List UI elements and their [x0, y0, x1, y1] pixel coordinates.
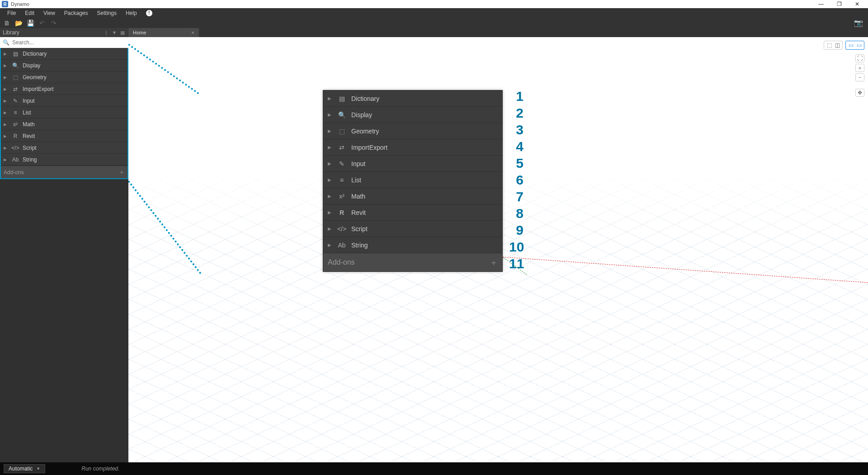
camera-icon[interactable]: 📷	[854, 19, 863, 27]
library-item-label: Script	[23, 145, 37, 151]
library-item-label: Revit	[23, 133, 35, 139]
menu-view[interactable]: View	[39, 8, 60, 18]
minimize-button[interactable]: —	[812, 0, 830, 8]
library-item-label: Input	[23, 98, 35, 104]
menu-label: Settings	[97, 10, 117, 16]
info-icon[interactable]: !	[146, 10, 152, 16]
menu-label: Edit	[25, 10, 34, 16]
open-file-icon[interactable]: 📂	[14, 19, 23, 27]
maximize-button[interactable]: ❐	[830, 0, 848, 8]
list-icon: ≡	[338, 176, 346, 184]
zoom-out-button[interactable]: －	[855, 73, 864, 81]
library-item-string[interactable]: ▶ Ab String	[1, 154, 127, 166]
popup-item-label: Script	[351, 225, 368, 233]
chevron-right-icon: ▶	[328, 242, 332, 247]
save-icon[interactable]: 💾	[26, 19, 34, 27]
popup-item-math[interactable]: ▶ x² Math	[323, 188, 502, 204]
library-item-geometry[interactable]: ▶ ⬚ Geometry	[1, 71, 127, 83]
menu-edit[interactable]: Edit	[20, 8, 39, 18]
callout-4: 4	[509, 138, 524, 155]
library-item-input[interactable]: ▶ ✎ Input	[1, 95, 127, 107]
tab-home[interactable]: Home ×	[128, 28, 199, 37]
library-search-input[interactable]	[12, 39, 126, 46]
status-bar: Automatic ▼ Run completed.	[0, 462, 868, 475]
chevron-right-icon: ▶	[328, 96, 332, 101]
popup-item-label: ImportExport	[351, 144, 387, 151]
menu-file[interactable]: File	[3, 8, 20, 18]
menu-packages[interactable]: Packages	[60, 8, 93, 18]
canvas[interactable]: ▶ ▤ Dictionary ▶ 🔍 Display ▶ ⬚ Geometry …	[128, 37, 868, 462]
callout-2: 2	[509, 104, 524, 121]
zoom-in-button[interactable]: ＋	[855, 64, 864, 72]
app-icon: R	[2, 1, 8, 7]
popup-item-input[interactable]: ▶ ✎ Input	[323, 156, 502, 172]
library-item-label: Geometry	[23, 74, 47, 81]
popup-item-script[interactable]: ▶ </> Script	[323, 221, 502, 237]
string-icon: Ab	[12, 156, 19, 163]
popup-item-display[interactable]: ▶ 🔍 Display	[323, 107, 502, 123]
viewport-mode-3d[interactable]: ⬚ ◫	[824, 41, 843, 50]
chevron-right-icon: ▶	[328, 194, 332, 199]
library-view-icon[interactable]: |	[103, 29, 109, 36]
undo-icon[interactable]: ↶	[38, 19, 46, 27]
chevron-right-icon: ▶	[4, 87, 8, 91]
dictionary-icon: ▤	[12, 50, 19, 57]
popup-item-importexport[interactable]: ▶ ⇄ ImportExport	[323, 139, 502, 156]
popup-item-string[interactable]: ▶ Ab String	[323, 237, 502, 253]
menu-help[interactable]: Help	[121, 8, 142, 18]
node-icon: ▭	[848, 42, 854, 48]
library-item-dictionary[interactable]: ▶ ▤ Dictionary	[1, 48, 127, 60]
popup-item-label: List	[351, 176, 361, 184]
plus-icon: ＋	[118, 168, 125, 176]
callout-numbers: 1 2 3 4 5 6 7 8 9 10 11	[509, 88, 524, 272]
close-button[interactable]: ✕	[848, 0, 866, 8]
new-file-icon[interactable]: 🗎	[3, 19, 11, 27]
library-popup: ▶ ▤ Dictionary ▶ 🔍 Display ▶ ⬚ Geometry …	[323, 90, 503, 272]
library-item-display[interactable]: ▶ 🔍 Display	[1, 60, 127, 71]
cube-icon: ⬚	[826, 42, 832, 48]
menu-label: Help	[126, 10, 137, 16]
popup-item-revit[interactable]: ▶ R Revit	[323, 204, 502, 221]
dictionary-icon: ▤	[338, 95, 346, 103]
chevron-right-icon: ▶	[4, 122, 8, 127]
callout-9: 9	[509, 222, 524, 238]
popup-item-dictionary[interactable]: ▶ ▤ Dictionary	[323, 90, 502, 107]
library-category-list: ▶ ▤ Dictionary ▶ 🔍 Display ▶ ⬚ Geometry …	[0, 48, 128, 179]
run-mode-dropdown[interactable]: Automatic ▼	[4, 464, 45, 473]
popup-item-label: Dictionary	[351, 95, 379, 102]
library-item-script[interactable]: ▶ </> Script	[1, 142, 127, 154]
chevron-right-icon: ▶	[4, 99, 8, 103]
addons-label: Add-ons	[4, 169, 24, 176]
library-item-importexport[interactable]: ▶ ⇄ ImportExport	[1, 83, 127, 95]
library-view2-icon[interactable]: ▦	[119, 29, 126, 36]
close-tab-icon[interactable]: ×	[191, 30, 194, 35]
window-titlebar: R Dynamo — ❐ ✕	[0, 0, 868, 8]
string-icon: Ab	[338, 241, 346, 249]
zoom-fit-button[interactable]: ⛶	[855, 54, 864, 62]
library-item-label: Dictionary	[23, 51, 47, 57]
popup-item-geometry[interactable]: ▶ ⬚ Geometry	[323, 123, 502, 139]
revit-icon: R	[12, 133, 19, 140]
redo-icon[interactable]: ↷	[50, 19, 58, 27]
viewport-mode-graph[interactable]: ▭ ▭	[845, 41, 864, 50]
library-addons-row[interactable]: Add-ons ＋	[1, 166, 127, 178]
chevron-right-icon: ▶	[4, 134, 8, 138]
library-search-row: 🔍	[0, 37, 128, 48]
callout-5: 5	[509, 155, 524, 171]
chevron-right-icon: ▶	[4, 146, 8, 150]
callout-3: 3	[509, 121, 524, 138]
cube-outline-icon: ◫	[834, 42, 840, 48]
popup-addons-row[interactable]: Add-ons ＋	[323, 253, 502, 271]
tab-strip: Home ×	[128, 28, 868, 37]
library-item-revit[interactable]: ▶ R Revit	[1, 130, 127, 142]
library-item-math[interactable]: ▶ x² Math	[1, 119, 127, 130]
chevron-down-icon: ▼	[36, 466, 40, 471]
display-icon: 🔍	[12, 62, 19, 69]
pan-button[interactable]: ✥	[855, 89, 864, 97]
library-title: Library	[3, 29, 19, 36]
geometry-icon: ⬚	[12, 74, 19, 81]
menu-settings[interactable]: Settings	[93, 8, 121, 18]
popup-item-list[interactable]: ▶ ≡ List	[323, 172, 502, 188]
library-filter-icon[interactable]: ▼	[111, 29, 118, 36]
library-item-list[interactable]: ▶ ≡ List	[1, 107, 127, 119]
